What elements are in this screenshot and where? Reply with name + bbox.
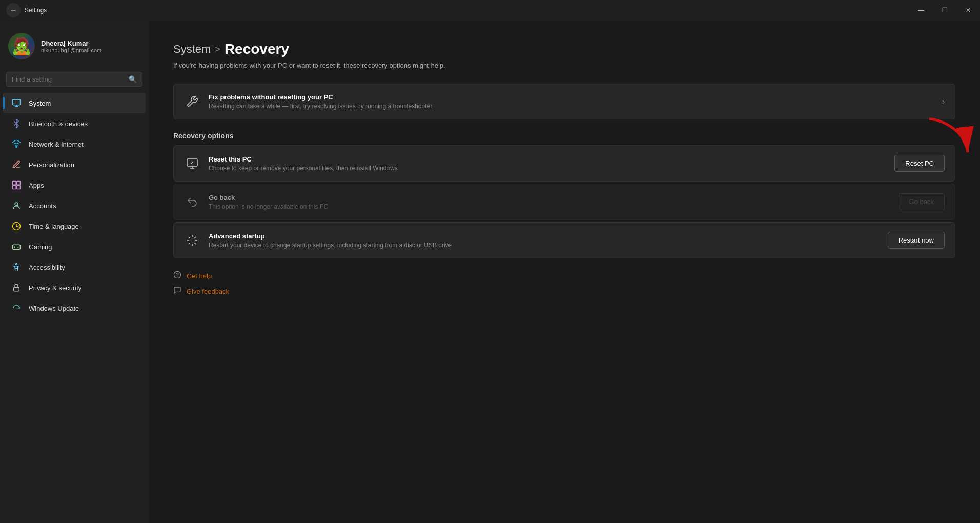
go-back-button: Go back: [899, 193, 945, 210]
fix-problems-desc: Resetting can take a while — first, try …: [209, 103, 934, 110]
nav-item-system[interactable]: System: [3, 93, 146, 113]
nav-label-privacy: Privacy & security: [29, 284, 81, 292]
user-email: nikunpubg1@gmail.com: [41, 47, 101, 53]
advanced-startup-icon: [184, 232, 200, 249]
fix-problems-icon: [184, 93, 200, 110]
nav-label-apps: Apps: [29, 182, 44, 189]
nav-label-system: System: [29, 99, 51, 107]
reset-pc-text: Reset this PC Choose to keep or remove y…: [209, 155, 886, 172]
nav-item-bluetooth[interactable]: Bluetooth & devices: [3, 113, 146, 134]
nav-item-gaming[interactable]: Gaming: [3, 236, 146, 257]
search-icon: 🔍: [129, 75, 137, 83]
minimize-button[interactable]: —: [909, 0, 933, 21]
nav-label-network: Network & internet: [29, 140, 84, 148]
reset-pc-button[interactable]: Reset PC: [894, 155, 945, 172]
nav-label-personalization: Personalization: [29, 161, 74, 169]
svg-rect-5: [17, 186, 21, 189]
nav-label-update: Windows Update: [29, 305, 79, 312]
svg-point-9: [16, 264, 17, 265]
restore-button[interactable]: ❐: [933, 0, 956, 21]
breadcrumb: System > Recovery: [173, 41, 955, 57]
nav-label-gaming: Gaming: [29, 243, 52, 251]
network-icon: [11, 139, 22, 149]
svg-point-6: [15, 203, 18, 206]
recovery-section-title: Recovery options: [173, 132, 955, 140]
bluetooth-icon: [11, 118, 22, 129]
reset-pc-title: Reset this PC: [209, 155, 886, 163]
nav-item-privacy[interactable]: Privacy & security: [3, 277, 146, 298]
search-input[interactable]: [12, 75, 125, 83]
fix-problems-title: Fix problems without resetting your PC: [209, 93, 934, 101]
nav-item-accessibility[interactable]: Accessibility: [3, 257, 146, 277]
apps-icon: [11, 180, 22, 190]
fix-problems-chevron: ›: [942, 97, 945, 106]
page-description: If you're having problems with your PC o…: [173, 62, 955, 69]
advanced-startup-text: Advanced startup Restart your device to …: [209, 232, 880, 249]
nav-label-time: Time & language: [29, 223, 79, 230]
go-back-action: Go back: [899, 193, 945, 210]
user-profile[interactable]: 🧟 Dheeraj Kumar nikunpubg1@gmail.com: [0, 25, 149, 70]
privacy-icon: [11, 283, 22, 293]
titlebar-controls: — ❐ ✕: [909, 0, 980, 21]
content-area: System > Recovery If you're having probl…: [149, 21, 980, 523]
give-feedback-link[interactable]: Give feedback: [187, 288, 229, 295]
breadcrumb-current: Recovery: [224, 41, 289, 57]
gaming-icon: [11, 242, 22, 252]
go-back-desc: This option is no longer available on th…: [209, 203, 890, 210]
svg-rect-4: [13, 186, 16, 189]
nav-item-network[interactable]: Network & internet: [3, 134, 146, 154]
nav-item-time[interactable]: Time & language: [3, 216, 146, 236]
reset-pc-desc: Choose to keep or remove your personal f…: [209, 165, 886, 172]
restart-now-button[interactable]: Restart now: [888, 232, 945, 249]
update-icon: [11, 303, 22, 313]
sidebar: 🧟 Dheeraj Kumar nikunpubg1@gmail.com 🔍 S…: [0, 21, 149, 523]
go-back-icon: [184, 194, 200, 210]
avatar: 🧟: [8, 33, 35, 59]
user-name: Dheeraj Kumar: [41, 39, 101, 47]
svg-rect-2: [13, 182, 16, 185]
go-back-title: Go back: [209, 194, 890, 202]
get-help-link[interactable]: Get help: [187, 272, 212, 280]
svg-rect-0: [13, 99, 21, 105]
go-back-text: Go back This option is no longer availab…: [209, 194, 890, 210]
fix-problems-action: ›: [942, 97, 945, 106]
accessibility-icon: [11, 262, 22, 272]
svg-point-1: [16, 146, 17, 147]
svg-rect-3: [17, 182, 21, 185]
reset-pc-card[interactable]: Reset this PC Choose to keep or remove y…: [173, 145, 955, 182]
advanced-startup-card[interactable]: Advanced startup Restart your device to …: [173, 222, 955, 258]
breadcrumb-parent[interactable]: System: [173, 43, 211, 56]
close-button[interactable]: ✕: [956, 0, 980, 21]
user-info: Dheeraj Kumar nikunpubg1@gmail.com: [41, 39, 101, 53]
search-box[interactable]: 🔍: [6, 72, 142, 87]
time-icon: [11, 221, 22, 231]
svg-rect-10: [14, 287, 19, 291]
links-section: Get help Give feedback: [173, 271, 955, 296]
give-feedback-icon: [173, 286, 181, 296]
nav-item-accounts[interactable]: Accounts: [3, 195, 146, 216]
titlebar: ← Settings — ❐ ✕: [0, 0, 980, 21]
main-layout: 🧟 Dheeraj Kumar nikunpubg1@gmail.com 🔍 S…: [0, 21, 980, 523]
breadcrumb-chevron: >: [215, 44, 220, 55]
fix-problems-text: Fix problems without resetting your PC R…: [209, 93, 934, 110]
get-help-icon: [173, 271, 181, 281]
nav-label-accessibility: Accessibility: [29, 264, 65, 271]
titlebar-title: Settings: [25, 7, 47, 14]
nav-item-personalization[interactable]: Personalization: [3, 154, 146, 175]
reset-pc-icon: [184, 155, 200, 172]
personalization-icon: [11, 159, 22, 170]
advanced-startup-action: Restart now: [888, 232, 945, 249]
give-feedback-row: Give feedback: [173, 286, 955, 296]
reset-pc-action: Reset PC: [894, 155, 945, 172]
advanced-startup-title: Advanced startup: [209, 232, 880, 240]
nav-item-update[interactable]: Windows Update: [3, 298, 146, 318]
nav-label-bluetooth: Bluetooth & devices: [29, 120, 88, 128]
go-back-card: Go back This option is no longer availab…: [173, 184, 955, 220]
advanced-startup-desc: Restart your device to change startup se…: [209, 242, 880, 249]
accounts-icon: [11, 200, 22, 211]
system-icon: [11, 98, 22, 108]
nav-label-accounts: Accounts: [29, 202, 56, 210]
fix-problems-card[interactable]: Fix problems without resetting your PC R…: [173, 84, 955, 119]
nav-item-apps[interactable]: Apps: [3, 175, 146, 195]
back-button[interactable]: ←: [6, 3, 21, 17]
